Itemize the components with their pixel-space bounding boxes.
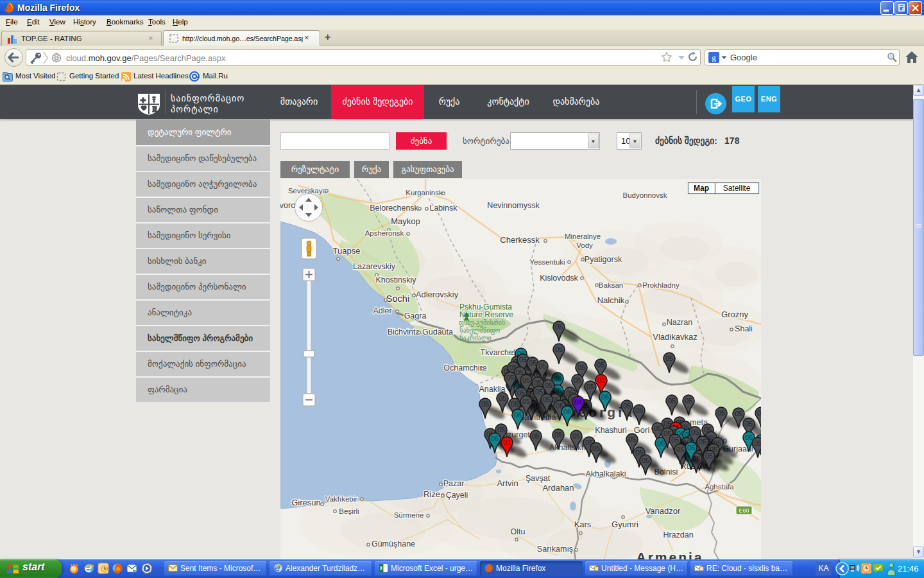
svg-text:05: 05	[628, 435, 636, 443]
svg-text:05: 05	[685, 397, 692, 405]
svg-text:Akhalkalaki: Akhalkalaki	[585, 469, 626, 478]
svg-text:Khostinskiy: Khostinskiy	[375, 276, 416, 285]
svg-text:05: 05	[642, 457, 649, 464]
svg-text:Nazran: Nazran	[667, 318, 692, 327]
svg-text:06: 06	[745, 434, 753, 441]
svg-text:Adler: Adler	[373, 306, 391, 315]
svg-text:01: 01	[503, 439, 511, 446]
svg-text:06: 06	[687, 444, 695, 451]
svg-text:05: 05	[671, 436, 679, 444]
svg-text:05: 05	[519, 356, 527, 363]
svg-text:05: 05	[574, 376, 581, 384]
svg-text:Nevinnomyssk: Nevinnomyssk	[487, 201, 540, 210]
svg-text:06: 06	[514, 411, 522, 419]
svg-text:05: 05	[586, 383, 594, 390]
svg-text:04: 04	[574, 398, 582, 406]
svg-text:Armenia: Armenia	[636, 550, 703, 559]
svg-text:06: 06	[601, 393, 609, 401]
svg-text:Kurganinsk: Kurganinsk	[406, 189, 443, 197]
svg-text:Sürmene: Sürmene	[394, 511, 424, 519]
svg-text:05: 05	[522, 376, 530, 384]
svg-text:05: 05	[534, 379, 542, 387]
svg-text:Pyatigorsk: Pyatigorsk	[585, 255, 622, 264]
svg-text:05: 05	[578, 363, 585, 371]
svg-text:Satellite: Satellite	[723, 184, 751, 193]
svg-text:05: 05	[654, 425, 662, 432]
svg-text:05: 05	[735, 410, 742, 417]
svg-text:05: 05	[555, 323, 563, 331]
svg-text:05: 05	[757, 409, 761, 417]
svg-text:05: 05	[511, 400, 518, 408]
svg-text:Sarıkamış: Sarıkamış	[537, 545, 573, 554]
svg-text:05: 05	[717, 409, 725, 417]
svg-text:Giresun: Giresun	[291, 498, 321, 507]
svg-text:Shali: Shali	[735, 324, 753, 333]
svg-text:Kislovodsk: Kislovodsk	[540, 274, 578, 283]
svg-text:05: 05	[516, 369, 524, 376]
svg-text:Mineralnye: Mineralnye	[565, 232, 601, 240]
svg-text:Yessentuki: Yessentuki	[529, 258, 565, 266]
svg-text:01: 01	[597, 376, 605, 384]
svg-text:05: 05	[545, 381, 552, 389]
svg-text:05: 05	[691, 428, 699, 436]
svg-text:05: 05	[745, 420, 753, 428]
svg-text:05: 05	[506, 374, 514, 381]
svg-text:Çayeli: Çayeli	[446, 491, 468, 500]
svg-text:05: 05	[529, 359, 536, 367]
svg-text:Oltu: Oltu	[511, 527, 526, 536]
svg-text:Gori: Gori	[634, 425, 650, 435]
svg-text:Gyumri: Gyumri	[612, 520, 638, 529]
svg-text:05: 05	[535, 388, 543, 396]
svg-text:Beşirli: Beşirli	[339, 507, 359, 515]
svg-text:ნაკრძალი: ნაკრძალი	[459, 335, 492, 342]
svg-text:06: 06	[657, 439, 665, 447]
svg-text:Rize: Rize	[424, 489, 440, 499]
svg-text:სახელმწიფო: სახელმწიფო	[460, 327, 501, 335]
svg-text:Vladikavkaz: Vladikavkaz	[653, 332, 697, 342]
svg-text:Cherkessk: Cherkessk	[500, 235, 540, 245]
svg-text:Gümüşhane: Gümüşhane	[372, 539, 415, 548]
svg-text:05: 05	[676, 446, 684, 453]
svg-text:Map: Map	[694, 184, 709, 193]
svg-text:Lazarevskiy: Lazarevskiy	[353, 262, 396, 271]
svg-text:Aghstafa: Aghstafa	[705, 483, 734, 491]
svg-text:Hrazdan: Hrazdan	[663, 530, 693, 539]
svg-text:Gudauta: Gudauta	[422, 328, 453, 337]
svg-text:05: 05	[532, 432, 540, 440]
svg-text:Bichvinta: Bichvinta	[388, 328, 420, 337]
svg-text:Budyonnovsk: Budyonnovsk	[622, 191, 667, 199]
svg-text:05: 05	[522, 398, 530, 405]
svg-text:05: 05	[592, 444, 600, 452]
svg-text:06: 06	[491, 435, 499, 442]
svg-text:Kars: Kars	[574, 520, 592, 529]
svg-text:05: 05	[668, 397, 676, 405]
svg-text:Baksan: Baksan	[599, 281, 623, 289]
svg-text:Vody: Vody	[576, 241, 593, 249]
svg-text:Vakfıkebir: Vakfıkebir	[325, 495, 357, 503]
svg-text:Tkvarcheli: Tkvarcheli	[481, 348, 517, 357]
svg-text:Adlerovskiy: Adlerovskiy	[416, 290, 459, 299]
svg-text:06: 06	[563, 408, 571, 416]
svg-text:Gagra: Gagra	[404, 311, 427, 320]
svg-text:Ochamchire: Ochamchire	[443, 363, 486, 372]
svg-text:Ardahan: Ardahan	[542, 483, 574, 493]
svg-text:05: 05	[499, 394, 506, 402]
svg-text:05: 05	[623, 402, 631, 410]
svg-text:Tuapse: Tuapse	[333, 246, 361, 256]
svg-text:Grozny: Grozny	[721, 310, 748, 319]
svg-text:05: 05	[699, 438, 706, 446]
svg-text:Maykop: Maykop	[391, 216, 420, 226]
svg-text:Prokhladny: Prokhladny	[642, 281, 680, 289]
svg-text:05: 05	[497, 426, 505, 434]
svg-text:05: 05	[754, 439, 761, 447]
svg-text:05: 05	[543, 396, 551, 403]
svg-text:05: 05	[555, 346, 563, 353]
svg-text:05: 05	[572, 432, 580, 440]
svg-text:Labinsk: Labinsk	[429, 204, 458, 213]
svg-text:05: 05	[538, 362, 546, 370]
svg-text:Apsheronsk: Apsheronsk	[365, 229, 404, 237]
svg-text:Vanadzor: Vanadzor	[646, 506, 681, 516]
svg-text:Sochi: Sochi	[386, 293, 409, 304]
svg-text:05: 05	[635, 449, 643, 457]
svg-text:Artvin: Artvin	[497, 478, 518, 488]
